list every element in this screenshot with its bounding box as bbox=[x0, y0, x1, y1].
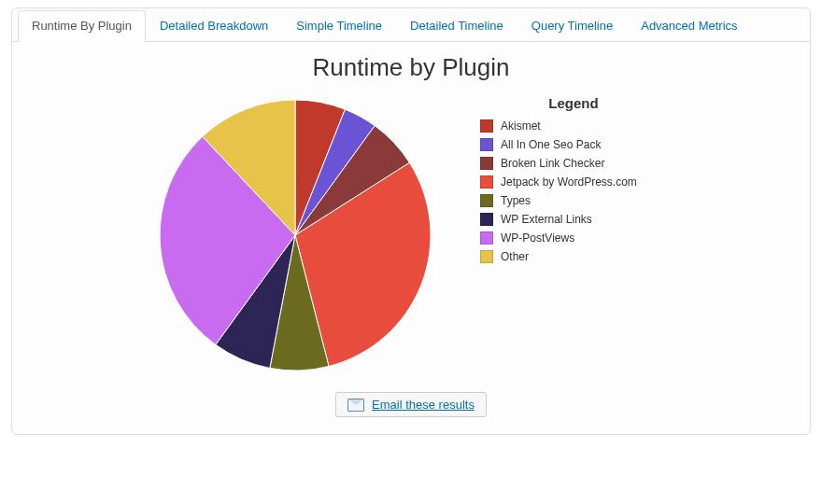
legend: Legend AkismetAll In One Seo PackBroken … bbox=[480, 95, 667, 266]
tab-detailed-timeline[interactable]: Detailed Timeline bbox=[396, 10, 517, 41]
legend-item: Types bbox=[480, 191, 667, 210]
tab-bar: Runtime By PluginDetailed BreakdownSimpl… bbox=[12, 8, 810, 42]
legend-swatch bbox=[480, 157, 493, 170]
legend-item: WP External Links bbox=[480, 210, 667, 229]
legend-item: Akismet bbox=[480, 117, 667, 135]
legend-swatch bbox=[480, 175, 493, 189]
envelope-icon bbox=[347, 399, 364, 412]
legend-item: All In One Seo Pack bbox=[480, 135, 667, 154]
email-results-button[interactable]: Email these results bbox=[335, 392, 487, 417]
legend-item: Other bbox=[480, 247, 667, 266]
legend-swatch bbox=[480, 250, 493, 263]
legend-label: WP-PostViews bbox=[501, 231, 574, 245]
email-results-label: Email these results bbox=[372, 398, 475, 412]
legend-swatch bbox=[480, 138, 493, 151]
pie-chart bbox=[155, 95, 435, 375]
legend-item: Jetpack by WordPress.com bbox=[480, 173, 667, 191]
legend-label: WP External Links bbox=[501, 213, 592, 226]
footer: Email these results bbox=[20, 392, 802, 417]
legend-swatch bbox=[480, 213, 493, 226]
chart-row: Legend AkismetAll In One Seo PackBroken … bbox=[20, 95, 802, 375]
legend-label: All In One Seo Pack bbox=[501, 138, 601, 151]
legend-title: Legend bbox=[480, 95, 667, 111]
legend-swatch bbox=[480, 231, 493, 245]
tab-detailed-breakdown[interactable]: Detailed Breakdown bbox=[146, 10, 282, 41]
legend-item: Broken Link Checker bbox=[480, 154, 667, 173]
results-panel: Runtime By PluginDetailed BreakdownSimpl… bbox=[11, 7, 811, 435]
chart-title: Runtime by Plugin bbox=[20, 53, 802, 82]
legend-item: WP-PostViews bbox=[480, 229, 667, 247]
legend-swatch bbox=[480, 194, 493, 207]
tab-advanced-metrics[interactable]: Advanced Metrics bbox=[627, 10, 751, 41]
legend-label: Types bbox=[501, 194, 531, 207]
tab-simple-timeline[interactable]: Simple Timeline bbox=[282, 10, 396, 41]
legend-label: Other bbox=[501, 250, 529, 263]
legend-label: Akismet bbox=[501, 119, 541, 133]
legend-label: Broken Link Checker bbox=[501, 157, 604, 170]
tab-runtime-by-plugin[interactable]: Runtime By Plugin bbox=[18, 10, 146, 42]
legend-label: Jetpack by WordPress.com bbox=[501, 175, 637, 189]
tab-query-timeline[interactable]: Query Timeline bbox=[517, 10, 627, 41]
legend-swatch bbox=[480, 119, 493, 133]
